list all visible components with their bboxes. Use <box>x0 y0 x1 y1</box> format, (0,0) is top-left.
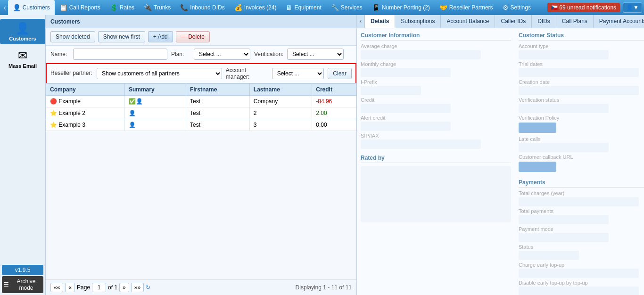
delete-button[interactable]: — Delete <box>176 31 210 42</box>
payments-section: Payments Total charges (year) T <box>519 179 644 295</box>
cell-summary: ✅👤 <box>124 96 186 107</box>
ghost-row: Late calls <box>519 136 644 152</box>
customer-info-section: Customer Information Average charge <box>361 32 511 149</box>
nav-tab-number-porting[interactable]: 📱 Number Porting (2) <box>367 0 435 15</box>
notifications-badge[interactable]: 🇨🇿 69 unread notifications <box>547 3 620 12</box>
cell-lastname: 2 <box>249 107 312 119</box>
verification-filter-select[interactable]: Select ... <box>287 49 344 60</box>
reseller-filter-row: Reseller partner: Show customers of all … <box>46 63 356 83</box>
top-navigation: ‹ 👤 Customers 📋 Call Reports 💲 Rates 🔌 T… <box>0 0 644 15</box>
ghost-row: I-Prefix <box>361 79 511 95</box>
prev-page-button[interactable]: « <box>65 283 75 292</box>
next-page-button[interactable]: » <box>119 283 129 292</box>
right-tab-payment-accounts[interactable]: Payment Accounts <box>594 15 644 28</box>
right-panel-tabs: ‹ Details Subscriptions Account Balance … <box>357 15 644 28</box>
col-firstname: Firstname <box>186 84 249 96</box>
account-manager-filter-label: Account manager: <box>226 67 268 80</box>
ghost-row: Payment mode <box>519 226 644 242</box>
ghost-value <box>519 143 609 152</box>
add-button[interactable]: + Add <box>148 31 173 42</box>
table-row[interactable]: 🔴 Example ✅👤 Test Company -84.96 <box>46 96 356 107</box>
plan-filter-select[interactable]: Select ... <box>194 49 250 60</box>
ghost-label: SIP/IAX <box>361 133 511 139</box>
nav-tab-services[interactable]: 🔧 Services <box>326 0 367 15</box>
ghost-label: Account type <box>519 43 644 49</box>
first-page-button[interactable]: «« <box>50 283 63 292</box>
refresh-button[interactable]: ↻ <box>146 284 150 291</box>
nav-tab-equipment[interactable]: 🖥 Equipment <box>281 0 326 15</box>
reseller-filter-select[interactable]: Show customers of all partners <box>97 68 222 79</box>
ghost-row: Status <box>519 244 644 260</box>
sidebar-bottom: v1.9.5 ☰ Archive mode <box>0 263 45 295</box>
right-tabs-left-arrow[interactable]: ‹ <box>357 15 365 28</box>
ratedby-section: Rated by <box>361 155 511 222</box>
nav-tab-settings[interactable]: ⚙ Settings <box>498 0 536 15</box>
settings-nav-icon: ⚙ <box>503 4 509 11</box>
right-tab-subscriptions[interactable]: Subscriptions <box>395 15 441 28</box>
ghost-value <box>519 197 639 206</box>
right-panel: ‹ Details Subscriptions Account Balance … <box>357 15 644 295</box>
archive-mode-button[interactable]: ☰ Archive mode <box>2 276 43 293</box>
customers-table-body: 🔴 Example ✅👤 Test Company -84.96 <box>46 96 356 131</box>
user-menu[interactable]: 👤▼ <box>623 2 642 13</box>
nav-tab-customers[interactable]: 👤 Customers <box>8 0 55 15</box>
nav-tab-call-reports-label: Call Reports <box>69 4 100 11</box>
show-new-first-button[interactable]: Show new first <box>98 31 145 42</box>
right-tab-caller-ids[interactable]: Caller IDs <box>495 15 532 28</box>
ghost-label: Payment mode <box>519 226 644 232</box>
nav-tab-reseller-partners[interactable]: 🤝 Reseller Partners <box>435 0 498 15</box>
ghost-value <box>361 139 481 149</box>
ghost-value <box>519 104 609 113</box>
nav-tab-services-label: Services <box>341 4 363 11</box>
sidebar-item-customers[interactable]: 👤 Customers <box>0 19 45 44</box>
right-tab-account-balance[interactable]: Account Balance <box>441 15 495 28</box>
ghost-value <box>361 86 421 95</box>
right-panel-left-col: Customer Information Average charge <box>361 32 511 295</box>
customers-nav-icon: 👤 <box>13 4 21 11</box>
sidebar-item-mass-email[interactable]: ✉ Mass Email <box>0 46 45 72</box>
nav-tab-call-reports[interactable]: 📋 Call Reports <box>55 0 105 15</box>
nav-tab-trunks[interactable]: 🔌 Trunks <box>139 0 175 15</box>
ratedby-chart <box>361 166 511 222</box>
cell-credit: -84.96 <box>312 96 356 107</box>
ghost-row: Verification status <box>519 97 644 113</box>
right-tab-details[interactable]: Details <box>365 15 395 28</box>
inbound-dids-nav-icon: 📞 <box>180 4 188 11</box>
right-tab-dids[interactable]: DIDs <box>532 15 556 28</box>
page-number-input[interactable] <box>92 283 106 292</box>
account-manager-filter-select[interactable]: Select ... <box>272 68 324 79</box>
ghost-row: Customer callback URL <box>519 154 644 173</box>
ghost-label: Customer callback URL <box>519 154 644 160</box>
col-lastname: Lastname <box>249 84 312 96</box>
version-badge[interactable]: v1.9.5 <box>2 265 43 275</box>
right-tab-call-plans[interactable]: Call Plans <box>556 15 594 28</box>
ghost-label: Verification Policy <box>519 115 644 121</box>
ghost-label: Disable early top-up by top-up <box>519 280 644 286</box>
ghost-row: Disable early top-up by top-up <box>519 280 644 295</box>
ghost-value <box>519 50 609 59</box>
archive-icon: ☰ <box>4 281 9 288</box>
nav-tab-trunks-label: Trunks <box>154 4 171 11</box>
table-row[interactable]: ⭐ Example 3 👤 Test 3 0.00 <box>46 119 356 131</box>
nav-left-arrow[interactable]: ‹ <box>2 4 8 11</box>
customers-panel-header: Customers <box>46 15 356 28</box>
name-filter-input[interactable] <box>73 49 167 60</box>
company-icon: ⭐ <box>50 122 57 128</box>
nav-tab-inbound-dids[interactable]: 📞 Inbound DIDs <box>175 0 229 15</box>
ghost-value <box>361 68 451 77</box>
customer-status-section: Customer Status Account type Tr <box>519 32 644 173</box>
customers-panel: Customers Show deleted Show new first + … <box>46 15 357 295</box>
show-deleted-button[interactable]: Show deleted <box>50 31 95 42</box>
summary-icon: 👤 <box>129 110 136 116</box>
nav-tab-rates[interactable]: 💲 Rates <box>105 0 139 15</box>
ghost-row: Total charges (year) <box>519 190 644 206</box>
ghost-value <box>519 86 639 95</box>
nav-tab-invoices[interactable]: 💰 Invoices (24) <box>230 0 281 15</box>
ghost-label: Charge early top-up <box>519 262 644 268</box>
table-row[interactable]: ⭐ Example 2 👤 Test 2 2.00 <box>46 107 356 119</box>
rates-nav-icon: 💲 <box>110 4 118 11</box>
last-page-button[interactable]: »» <box>131 283 144 292</box>
ghost-button <box>519 162 556 172</box>
ghost-row: Trial dates <box>519 61 644 77</box>
clear-filters-button[interactable]: Clear <box>328 68 352 79</box>
